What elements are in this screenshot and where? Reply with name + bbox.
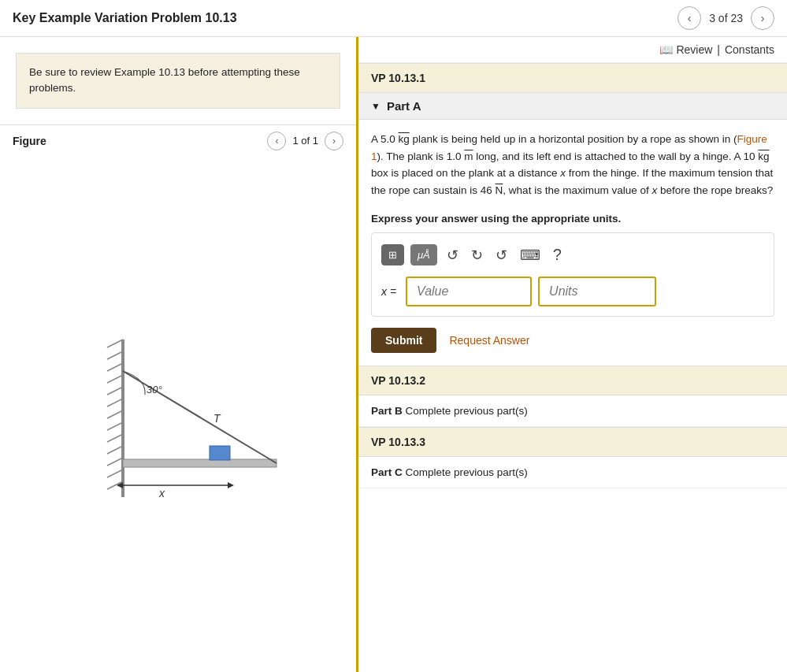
info-text: Be sure to review Example 10.13 before a… [29,66,300,94]
grid-button[interactable]: ⊞ [381,244,404,265]
keyboard-button[interactable]: ⌨ [517,243,544,267]
right-panel: 📖 Review | Constants VP 10.13.1 ▼ Part A… [358,37,787,672]
figure-nav: ‹ 1 of 1 › [267,132,343,150]
express-label: Express your answer using the appropriat… [358,210,787,232]
m-unit: m [464,150,473,162]
figure-next-button[interactable]: › [325,132,343,150]
svg-line-11 [107,458,123,466]
mu-button[interactable]: μÅ [410,244,437,265]
figure-title: Figure [13,135,46,147]
help-button[interactable]: ? [550,243,565,267]
part-b-complete: Complete previous part(s) [406,405,528,417]
undo-button[interactable]: ↺ [444,243,462,267]
figure-section: Figure ‹ 1 of 1 › [0,124,356,673]
redo-button[interactable]: ↻ [468,243,486,267]
part-b-label: Part B [371,405,403,417]
action-row: Submit Request Answer [358,328,787,366]
review-link[interactable]: Review [676,43,712,56]
figure-diagram: 30° T x [0,157,356,673]
review-bar: 📖 Review | Constants [358,37,787,63]
svg-line-4 [107,375,123,383]
left-panel: Be sure to review Example 10.13 before a… [0,37,358,672]
part-c-complete: Complete previous part(s) [406,466,528,478]
prev-button[interactable]: ‹ [677,6,701,30]
svg-line-6 [107,399,123,407]
figure-header: Figure ‹ 1 of 1 › [0,124,356,157]
constants-link[interactable]: Constants [725,43,774,56]
request-answer-link[interactable]: Request Answer [449,334,529,347]
svg-rect-14 [123,459,277,467]
svg-line-3 [107,363,123,371]
input-row: x = [381,277,764,306]
svg-line-7 [107,410,123,418]
svg-text:T: T [213,412,221,425]
vp1-section: VP 10.13.1 [358,63,787,93]
vp2-section: VP 10.13.2 [358,366,787,395]
figure-link[interactable]: Figure 1 [371,133,767,162]
submit-button[interactable]: Submit [371,328,436,353]
grid-icon: ⊞ [388,249,397,261]
svg-line-9 [107,434,123,442]
svg-line-5 [107,387,123,395]
book-icon: 📖 [659,43,673,56]
svg-rect-18 [210,446,230,460]
part-b-row: Part B Complete previous part(s) [358,395,787,427]
figure-count: 1 of 1 [292,135,318,147]
next-button[interactable]: › [751,6,774,30]
svg-line-2 [107,351,123,359]
reset-button[interactable]: ↺ [492,243,510,267]
answer-box: ⊞ μÅ ↺ ↻ ↺ ⌨ ? x = [371,232,774,317]
review-separator: | [717,43,720,56]
mu-label: μÅ [418,249,430,261]
svg-marker-21 [228,482,234,488]
n-unit: N [496,184,503,196]
svg-line-8 [107,422,123,430]
part-a-header: ▼ Part A [358,93,787,120]
page-title: Key Example Variation Problem 10.13 [13,11,237,25]
info-box: Be sure to review Example 10.13 before a… [16,53,340,109]
part-a-arrow[interactable]: ▼ [371,101,381,112]
figure-svg: 30° T x [60,308,296,529]
svg-text:x: x [158,487,165,499]
kg-unit: kg [399,133,410,145]
vp3-label: VP 10.13.3 [371,436,425,448]
units-input[interactable] [538,277,656,306]
eq-label: x = [381,285,396,298]
kg-unit2: kg [758,150,769,162]
svg-line-1 [107,340,123,347]
part-c-label: Part C [371,466,403,478]
toolbar: ⊞ μÅ ↺ ↻ ↺ ⌨ ? [381,243,764,267]
svg-line-12 [107,470,123,477]
svg-line-10 [107,446,123,454]
vp3-section: VP 10.13.3 [358,427,787,457]
vp2-label: VP 10.13.2 [371,374,425,387]
vp1-label: VP 10.13.1 [371,72,425,84]
figure-prev-button[interactable]: ‹ [267,132,286,150]
problem-text: A 5.0 kg plank is being held up in a hor… [358,120,787,210]
nav-count: 3 of 23 [709,12,743,24]
value-input[interactable] [406,277,532,306]
part-c-row: Part C Complete previous part(s) [358,457,787,488]
part-a-label: Part A [387,99,421,113]
svg-text:30°: 30° [147,384,162,395]
header-nav: ‹ 3 of 23 › [677,6,774,30]
